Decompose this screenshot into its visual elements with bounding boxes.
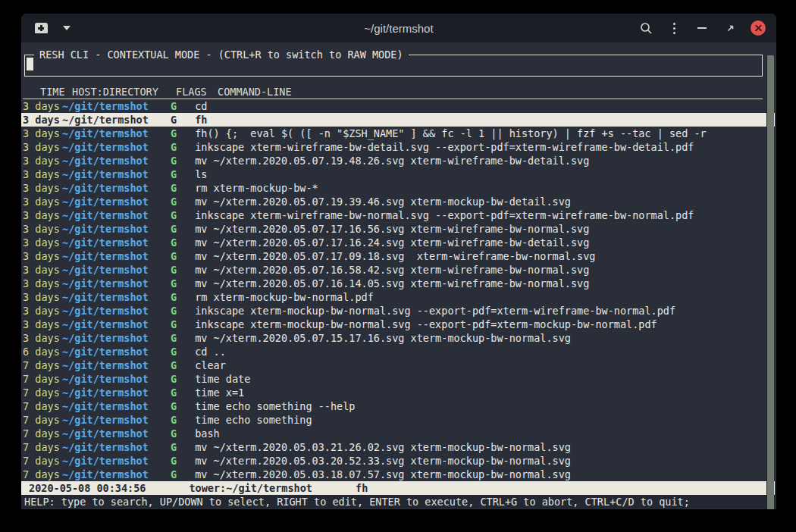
row-host: ~/git/termshot: [62, 236, 149, 249]
row-command: cd: [195, 99, 207, 113]
new-tab-icon: [35, 23, 48, 33]
row-command: ls: [195, 167, 207, 181]
new-tab-button[interactable]: [32, 19, 50, 37]
text-cursor: [27, 58, 33, 70]
history-row[interactable]: 3 days ~/git/termshot G rm xterm-mockup-…: [23, 181, 763, 195]
row-flag: G: [171, 113, 177, 127]
row-command: inkscape xterm-mockup-bw-normal.svg --ex…: [195, 304, 675, 318]
history-row[interactable]: 3 days ~/git/termshot G mv ~/xterm.2020.…: [23, 277, 763, 290]
row-flag: G: [171, 454, 177, 468]
row-time: 3 days: [23, 331, 60, 345]
row-command: fh() {; eval $( ([ -n "$ZSH_NAME" ] && f…: [195, 127, 707, 140]
history-row[interactable]: 3 days ~/git/termshot G inkscape xterm-w…: [23, 140, 763, 154]
history-row[interactable]: 3 days ~/git/termshot G mv ~/xterm.2020.…: [23, 263, 763, 277]
row-time: 3 days: [23, 99, 60, 113]
row-flag: G: [171, 345, 177, 358]
row-time: 3 days: [23, 127, 60, 140]
titlebar[interactable]: ~/git/termshot: [21, 14, 776, 42]
status-command: fh: [356, 481, 368, 495]
history-row[interactable]: 7 days ~/git/termshot G mv ~/xterm.2020.…: [23, 440, 763, 454]
history-row[interactable]: 3 days ~/git/termshot G mv ~/xterm.2020.…: [23, 236, 763, 249]
row-command: mv ~/xterm.2020.05.07.17.16.24.svg xterm…: [195, 236, 589, 249]
row-time: 3 days: [23, 167, 60, 181]
close-button[interactable]: [749, 19, 767, 37]
history-row[interactable]: 3 days ~/git/termshot G mv ~/xterm.2020.…: [23, 195, 763, 208]
history-row[interactable]: 7 days ~/git/termshot G clear: [23, 358, 763, 372]
row-flag: G: [171, 236, 177, 249]
row-command: mv ~/xterm.2020.05.07.15.17.16.svg xterm…: [195, 331, 571, 345]
row-time: 3 days: [23, 140, 60, 154]
row-flag: G: [171, 127, 177, 140]
row-command: rm xterm-mockup-bw-normal.pdf: [195, 290, 374, 304]
minimize-button[interactable]: [693, 19, 711, 37]
row-host: ~/git/termshot: [62, 386, 149, 399]
row-command: inkscape xterm-wireframe-bw-detail.svg -…: [195, 140, 694, 154]
restore-button[interactable]: [721, 19, 739, 37]
row-command: time x=1: [195, 386, 244, 399]
row-host: ~/git/termshot: [62, 208, 149, 222]
row-host: ~/git/termshot: [62, 263, 149, 277]
row-command: time echo something: [195, 413, 312, 427]
row-command: cd ..: [195, 345, 226, 358]
restore-icon: [725, 23, 735, 33]
row-time: 3 days: [23, 154, 60, 167]
row-time: 3 days: [23, 263, 60, 277]
history-row[interactable]: 3 days ~/git/termshot G mv ~/xterm.2020.…: [23, 154, 763, 167]
history-row[interactable]: 7 days ~/git/termshot G time echo someth…: [23, 413, 763, 427]
history-row[interactable]: 3 days ~/git/termshot G ls: [23, 167, 763, 181]
history-row[interactable]: 3 days ~/git/termshot G mv ~/xterm.2020.…: [23, 331, 763, 345]
row-time: 7 days: [23, 399, 60, 413]
column-header-time: TIME: [40, 85, 65, 99]
history-row[interactable]: 3 days ~/git/termshot G rm xterm-mockup-…: [23, 290, 763, 304]
history-row[interactable]: 7 days ~/git/termshot G time date: [23, 372, 763, 386]
history-row[interactable]: 3 days ~/git/termshot G inkscape xterm-w…: [23, 208, 763, 222]
row-command: fh: [195, 113, 207, 127]
history-row[interactable]: 3 days ~/git/termshot G fh() {; eval $( …: [23, 127, 763, 140]
tab-dropdown-button[interactable]: [58, 19, 76, 37]
row-flag: G: [171, 386, 177, 399]
scrollbar-thumb[interactable]: [766, 55, 774, 509]
search-icon: [640, 22, 653, 35]
row-command: mv ~/xterm.2020.05.03.20.52.33.svg xterm…: [195, 454, 571, 468]
row-host: ~/git/termshot: [62, 290, 149, 304]
row-time: 3 days: [23, 318, 60, 331]
history-row[interactable]: 7 days ~/git/termshot G mv ~/xterm.2020.…: [23, 454, 763, 468]
row-command: mv ~/xterm.2020.05.03.21.26.02.svg xterm…: [195, 440, 571, 454]
history-row-selected[interactable]: 3 days ~/git/termshot G fh: [21, 113, 775, 127]
row-flag: G: [171, 99, 177, 113]
row-command: mv ~/xterm.2020.05.07.17.09.18.svg xterm…: [195, 249, 595, 263]
history-row[interactable]: 7 days ~/git/termshot G time x=1: [23, 386, 763, 399]
row-time: 3 days: [23, 195, 60, 208]
menu-button[interactable]: [665, 19, 683, 37]
history-row[interactable]: 3 days ~/git/termshot G cd: [23, 99, 763, 113]
row-command: mv ~/xterm.2020.05.07.16.14.05.svg xterm…: [195, 277, 589, 290]
history-row[interactable]: 6 days ~/git/termshot G cd ..: [23, 345, 763, 358]
history-row[interactable]: 3 days ~/git/termshot G inkscape xterm-m…: [23, 318, 763, 331]
row-host: ~/git/termshot: [62, 358, 149, 372]
row-host: ~/git/termshot: [62, 454, 149, 468]
history-row[interactable]: 7 days ~/git/termshot G bash: [23, 427, 763, 440]
row-command: bash: [195, 427, 220, 440]
row-command: time echo something --help: [195, 399, 355, 413]
row-host: ~/git/termshot: [62, 468, 149, 481]
row-flag: G: [171, 263, 177, 277]
row-flag: G: [171, 167, 177, 181]
history-row[interactable]: 3 days ~/git/termshot G inkscape xterm-m…: [23, 304, 763, 318]
search-button[interactable]: [637, 19, 655, 37]
row-host: ~/git/termshot: [62, 140, 149, 154]
terminal-content[interactable]: RESH CLI - CONTEXTUAL MODE - (CTRL+R to …: [21, 55, 776, 509]
chevron-down-icon: [63, 26, 71, 30]
history-row[interactable]: 7 days ~/git/termshot G time echo someth…: [23, 399, 763, 413]
history-row[interactable]: 3 days ~/git/termshot G mv ~/xterm.2020.…: [23, 222, 763, 236]
row-flag: G: [171, 318, 177, 331]
row-flag: G: [171, 195, 177, 208]
row-time: 7 days: [23, 427, 60, 440]
column-header-host-directory: HOST:DIRECTORY: [72, 85, 158, 99]
search-box[interactable]: RESH CLI - CONTEXTUAL MODE - (CTRL+R to …: [24, 55, 763, 77]
history-row[interactable]: 7 days ~/git/termshot G mv ~/xterm.2020.…: [23, 468, 763, 481]
row-host: ~/git/termshot: [62, 222, 149, 236]
row-flag: G: [171, 181, 177, 195]
history-row[interactable]: 3 days ~/git/termshot G mv ~/xterm.2020.…: [23, 249, 763, 263]
row-time: 3 days: [23, 113, 60, 127]
scrollbar[interactable]: [766, 55, 775, 509]
